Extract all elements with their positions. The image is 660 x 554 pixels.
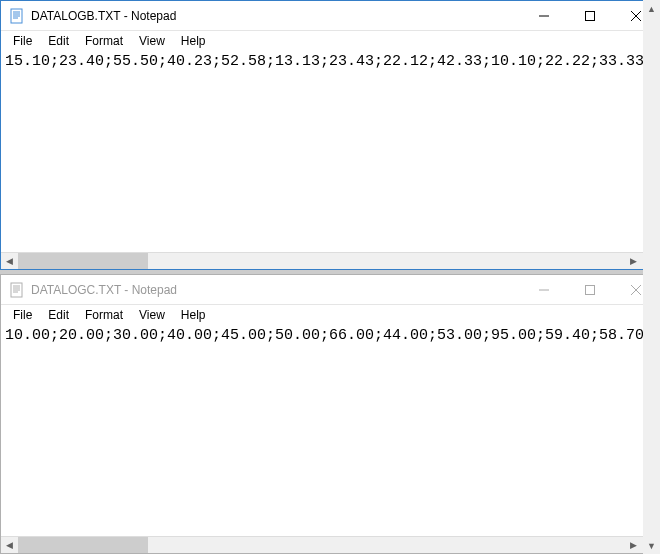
vertical-scrollbar[interactable]: ▲ ▼	[643, 325, 659, 536]
menu-view[interactable]: View	[131, 306, 173, 324]
window-title: DATALOGC.TXT - Notepad	[31, 283, 521, 297]
scroll-thumb[interactable]	[18, 253, 148, 269]
minimize-button[interactable]	[521, 275, 567, 304]
scroll-right-icon[interactable]: ▶	[625, 537, 642, 553]
menubar: File Edit Format View Help	[1, 31, 659, 51]
scroll-track-horizontal[interactable]	[18, 253, 625, 269]
scroll-track-vertical[interactable]	[643, 325, 659, 536]
window-controls	[521, 1, 659, 30]
menu-help[interactable]: Help	[173, 32, 214, 50]
notepad-icon	[9, 8, 25, 24]
text-area[interactable]: 10.00;20.00;30.00;40.00;45.00;50.00;66.0…	[1, 325, 659, 536]
scroll-left-icon[interactable]: ◀	[1, 253, 18, 269]
notepad-icon	[9, 282, 25, 298]
maximize-button[interactable]	[567, 275, 613, 304]
menubar: File Edit Format View Help	[1, 305, 659, 325]
svg-rect-6	[586, 11, 595, 20]
scroll-left-icon[interactable]: ◀	[1, 537, 18, 553]
svg-rect-21	[586, 285, 595, 294]
minimize-button[interactable]	[521, 1, 567, 30]
menu-view[interactable]: View	[131, 32, 173, 50]
menu-edit[interactable]: Edit	[40, 32, 77, 50]
titlebar[interactable]: DATALOGC.TXT - Notepad	[1, 275, 659, 305]
scroll-track-horizontal[interactable]	[18, 537, 625, 553]
content-area: 15.10;23.40;55.50;40.23;52.58;13.13;23.4…	[1, 51, 659, 252]
scroll-right-icon[interactable]: ▶	[625, 253, 642, 269]
scroll-thumb[interactable]	[18, 537, 148, 553]
text-content: 15.10;23.40;55.50;40.23;52.58;13.13;23.4…	[1, 51, 659, 72]
window-title: DATALOGB.TXT - Notepad	[31, 9, 521, 23]
menu-help[interactable]: Help	[173, 306, 214, 324]
menu-file[interactable]: File	[5, 306, 40, 324]
notepad-window-1: DATALOGB.TXT - Notepad File Edit Format …	[0, 0, 660, 270]
content-area: 10.00;20.00;30.00;40.00;45.00;50.00;66.0…	[1, 325, 659, 536]
menu-format[interactable]: Format	[77, 32, 131, 50]
horizontal-scrollbar[interactable]: ◀ ▶	[1, 536, 659, 553]
horizontal-scrollbar[interactable]: ◀ ▶	[1, 252, 659, 269]
text-area[interactable]: 15.10;23.40;55.50;40.23;52.58;13.13;23.4…	[1, 51, 659, 252]
text-content: 10.00;20.00;30.00;40.00;45.00;50.00;66.0…	[1, 325, 659, 346]
menu-file[interactable]: File	[5, 32, 40, 50]
titlebar[interactable]: DATALOGB.TXT - Notepad	[1, 1, 659, 31]
window-controls	[521, 275, 659, 304]
menu-format[interactable]: Format	[77, 306, 131, 324]
menu-edit[interactable]: Edit	[40, 306, 77, 324]
notepad-window-2: DATALOGC.TXT - Notepad File Edit Format …	[0, 274, 660, 554]
maximize-button[interactable]	[567, 1, 613, 30]
